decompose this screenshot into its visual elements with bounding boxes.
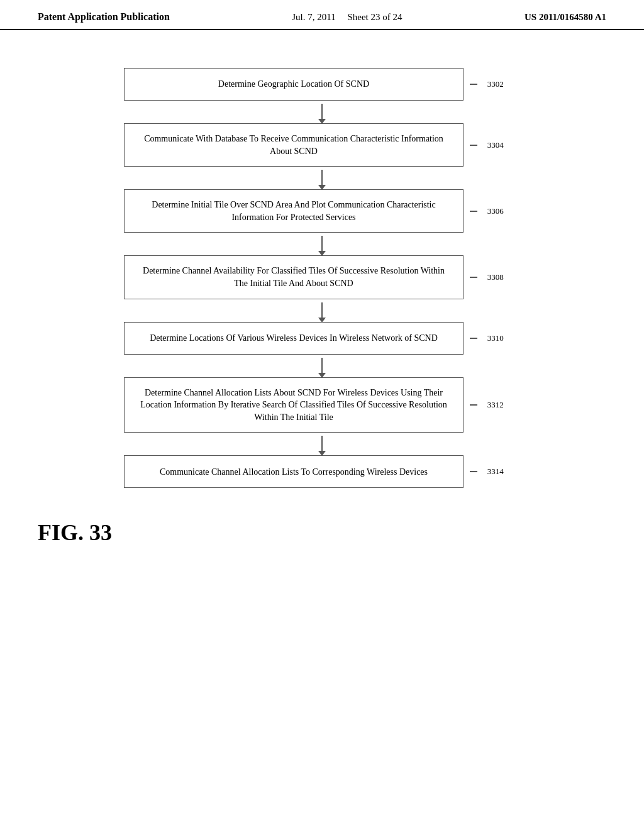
publication-type: Patent Application Publication xyxy=(38,11,170,23)
flow-box-step-3314: Communicate Channel Allocation Lists To … xyxy=(124,455,464,488)
flow-box-step-3310: Determine Locations Of Various Wireless … xyxy=(124,322,464,355)
flow-arrow-0 xyxy=(152,101,492,123)
flow-arrow-2 xyxy=(152,233,492,255)
bracket-line xyxy=(470,84,477,85)
step-label-3306: 3306 xyxy=(487,206,520,216)
flow-row-step-3308: Determine Channel Availability For Class… xyxy=(102,255,542,299)
flow-arrow-1 xyxy=(152,167,492,189)
flow-box-step-3302: Determine Geographic Location Of SCND xyxy=(124,68,464,101)
step-label-3304: 3304 xyxy=(487,140,520,150)
page-header: Patent Application Publication Jul. 7, 2… xyxy=(0,0,644,30)
arrow-line xyxy=(321,436,323,452)
flow-row-step-3304: Communicate With Database To Receive Com… xyxy=(102,123,542,167)
flowchart: Determine Geographic Location Of SCND330… xyxy=(102,68,542,488)
step-label-3308: 3308 xyxy=(487,272,520,282)
bracket-line xyxy=(470,338,477,339)
flow-row-step-3302: Determine Geographic Location Of SCND330… xyxy=(102,68,542,101)
flow-row-step-3314: Communicate Channel Allocation Lists To … xyxy=(102,455,542,488)
flow-arrow-4 xyxy=(152,355,492,377)
arrow-line xyxy=(321,104,323,120)
step-label-3314: 3314 xyxy=(487,467,520,477)
step-label-3302: 3302 xyxy=(487,79,520,89)
flow-box-step-3304: Communicate With Database To Receive Com… xyxy=(124,123,464,167)
flow-box-step-3308: Determine Channel Availability For Class… xyxy=(124,255,464,299)
bracket-line xyxy=(470,145,477,146)
bracket-line xyxy=(470,404,477,406)
bracket-line xyxy=(470,277,477,278)
publication-date-sheet: Jul. 7, 2011 Sheet 23 of 24 xyxy=(292,12,402,23)
arrow-line xyxy=(321,358,323,374)
arrow-line xyxy=(321,170,323,186)
arrow-line xyxy=(321,302,323,319)
main-content: Determine Geographic Location Of SCND330… xyxy=(0,30,644,546)
publication-date: Jul. 7, 2011 xyxy=(292,12,335,22)
flow-box-step-3312: Determine Channel Allocation Lists About… xyxy=(124,377,464,433)
sheet-info: Sheet 23 of 24 xyxy=(347,12,402,22)
flow-arrow-5 xyxy=(152,433,492,455)
flow-arrow-3 xyxy=(152,299,492,322)
flow-row-step-3310: Determine Locations Of Various Wireless … xyxy=(102,322,542,355)
bracket-line xyxy=(470,471,477,472)
figure-label: FIG. 33 xyxy=(38,519,112,546)
step-label-3312: 3312 xyxy=(487,400,520,410)
arrow-line xyxy=(321,236,323,252)
patent-number: US 2011/0164580 A1 xyxy=(525,12,606,23)
flow-box-step-3306: Determine Initial Tile Over SCND Area An… xyxy=(124,189,464,233)
flow-row-step-3312: Determine Channel Allocation Lists About… xyxy=(102,377,542,433)
step-label-3310: 3310 xyxy=(487,333,520,343)
bracket-line xyxy=(470,211,477,212)
flow-row-step-3306: Determine Initial Tile Over SCND Area An… xyxy=(102,189,542,233)
